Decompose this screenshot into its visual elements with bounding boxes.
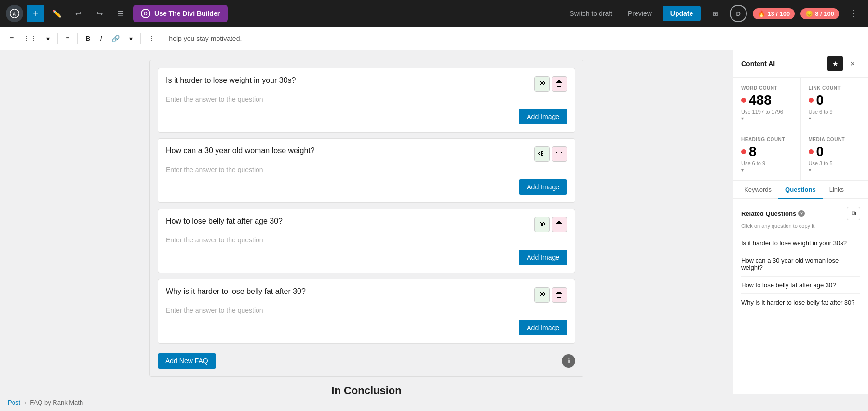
media-count-hint: Use 3 to 5 (809, 160, 861, 166)
add-image-button-3[interactable]: Add Image (519, 250, 567, 265)
media-count-value: 0 (809, 144, 861, 159)
word-count-cell: WORD COUNT 488 Use 1197 to 1796 ▾ (733, 78, 801, 129)
seo-score-badge[interactable]: 🔥 13 / 100 (753, 8, 795, 19)
related-hint-text: Click on any question to copy it. (741, 223, 860, 229)
heading-count-dot (741, 149, 746, 154)
faq-actions-3: 👁 🗑 (534, 217, 567, 232)
faq-answer-placeholder-2[interactable]: Enter the answer to the question (166, 166, 567, 173)
bold-button[interactable]: B (81, 30, 94, 47)
faq-container: Is it harder to lose weight in your 30s?… (149, 60, 583, 377)
word-count-label: WORD COUNT (741, 85, 793, 91)
faq-visibility-button-3[interactable]: 👁 (534, 217, 550, 232)
faq-delete-button-1[interactable]: 🗑 (552, 76, 567, 92)
separator-1 (57, 33, 58, 44)
faq-delete-button-4[interactable]: 🗑 (552, 287, 567, 303)
faq-visibility-button-4[interactable]: 👁 (534, 287, 550, 303)
panel-star-button[interactable]: ★ (827, 56, 843, 71)
panel-tabs: Keywords Questions Links (733, 181, 868, 199)
link-count-value: 0 (809, 93, 861, 108)
faq-item-header-2: How can a 30 year old woman lose weight?… (166, 146, 567, 162)
link-count-chevron-icon[interactable]: ▾ (809, 116, 861, 121)
faq-actions-2: 👁 🗑 (534, 146, 567, 162)
related-question-4[interactable]: Why is it harder to lose belly fat after… (741, 294, 860, 311)
faq-question-1: Is it harder to lose weight in your 30s? (166, 76, 534, 85)
media-count-cell: MEDIA COUNT 0 Use 3 to 5 ▾ (801, 129, 868, 181)
readability-score-badge[interactable]: 😊 8 / 100 (800, 8, 839, 19)
faq-footer: Add New FAQ ℹ (158, 349, 575, 369)
tab-keywords[interactable]: Keywords (737, 181, 778, 199)
align-button[interactable]: ≡ (62, 30, 73, 47)
add-image-button-1[interactable]: Add Image (519, 109, 567, 124)
panel-close-button[interactable]: × (845, 56, 860, 71)
media-count-chevron-icon[interactable]: ▾ (809, 167, 861, 172)
add-new-faq-button[interactable]: Add New FAQ (158, 353, 216, 369)
separator-3 (140, 33, 141, 44)
content-area: Is it harder to lose weight in your 30s?… (0, 50, 733, 411)
more-format-button[interactable]: ⋮ (145, 30, 159, 47)
heading-count-label: HEADING COUNT (741, 137, 793, 142)
faq-question-3: How to lose belly fat after age 30? (166, 217, 534, 225)
redo-icon[interactable]: ↪ (91, 5, 108, 22)
update-button[interactable]: Update (663, 6, 701, 21)
preview-button[interactable]: Preview (623, 7, 657, 20)
faq-delete-button-2[interactable]: 🗑 (552, 146, 567, 162)
faq-delete-button-3[interactable]: 🗑 (552, 217, 567, 232)
top-bar-right: Switch to draft Preview Update ⊞ D 🔥 13 … (565, 5, 862, 22)
add-button[interactable]: + (27, 5, 44, 22)
layout-icon[interactable]: ⊞ (706, 5, 724, 22)
link-count-hint: Use 6 to 9 (809, 109, 861, 115)
faq-item-header-1: Is it harder to lose weight in your 30s?… (166, 76, 567, 92)
faq-item-header-4: Why is it harder to lose belly fat after… (166, 287, 567, 303)
post-label[interactable]: Post (8, 399, 20, 406)
tab-questions[interactable]: Questions (778, 181, 823, 199)
faq-answer-placeholder-1[interactable]: Enter the answer to the question (166, 95, 567, 103)
faq-answer-placeholder-4[interactable]: Enter the answer to the question (166, 306, 567, 314)
add-image-button-2[interactable]: Add Image (519, 179, 567, 195)
faq-actions-1: 👁 🗑 (534, 76, 567, 92)
heading-count-cell: HEADING COUNT 8 Use 6 to 9 ▾ (733, 129, 801, 181)
list-style-button[interactable]: ≡ (6, 30, 17, 47)
more-options-button[interactable]: ⋮ (845, 5, 862, 22)
related-question-1[interactable]: Is it harder to lose weight in your 30s? (741, 235, 860, 252)
heading-count-value: 8 (741, 144, 793, 159)
wp-logo[interactable] (6, 5, 23, 22)
edit-icon[interactable]: ✏️ (48, 5, 66, 22)
switch-to-draft-button[interactable]: Switch to draft (565, 7, 617, 20)
faq-visibility-button-2[interactable]: 👁 (534, 146, 550, 162)
related-question-2[interactable]: How can a 30 year old woman lose weight? (741, 252, 860, 277)
related-question-3[interactable]: How to lose belly fat after age 30? (741, 277, 860, 294)
divi-icon-button[interactable]: D (730, 5, 747, 22)
info-icon: ℹ (562, 354, 575, 368)
right-panel: Content AI ★ × WORD COUNT 488 Use 1197 t… (733, 50, 868, 411)
faq-item: Is it harder to lose weight in your 30s?… (158, 68, 575, 133)
panel-header: Content AI ★ × (733, 50, 868, 78)
add-image-button-4[interactable]: Add Image (519, 320, 567, 335)
main-layout: Is it harder to lose weight in your 30s?… (0, 50, 868, 411)
list-view-icon[interactable]: ☰ (112, 5, 129, 22)
faq-visibility-button-1[interactable]: 👁 (534, 76, 550, 92)
format-chevron-button[interactable]: ▾ (125, 30, 136, 47)
italic-button[interactable]: I (96, 30, 106, 47)
link-button[interactable]: 🔗 (108, 30, 123, 47)
tab-links[interactable]: Links (823, 181, 851, 199)
related-questions-title: Related Questions ? (741, 210, 805, 217)
top-bar: + ✏️ ↩ ↪ ☰ D Use The Divi Builder Switch… (0, 0, 868, 27)
heading-count-hint: Use 6 to 9 (741, 160, 793, 166)
undo-icon[interactable]: ↩ (69, 5, 87, 22)
divi-builder-button[interactable]: D Use The Divi Builder (133, 5, 228, 22)
faq-item-3: How to lose belly fat after age 30? 👁 🗑 … (158, 209, 575, 273)
separator-2 (77, 33, 78, 44)
word-count-value: 488 (741, 93, 793, 108)
copy-all-button[interactable]: ⧉ (847, 207, 860, 220)
faq-answer-placeholder-3[interactable]: Enter the answer to the question (166, 236, 567, 244)
panel-title: Content AI (741, 60, 775, 67)
panel-content: Related Questions ? ⧉ Click on any quest… (733, 199, 868, 411)
intro-text: help you stay motivated. (169, 35, 242, 42)
faq-item-header-3: How to lose belly fat after age 30? 👁 🗑 (166, 217, 567, 232)
chevron-button[interactable]: ▾ (42, 30, 54, 47)
block-style-button[interactable]: ⋮⋮ (19, 30, 41, 47)
word-count-chevron-icon[interactable]: ▾ (741, 116, 793, 121)
heading-count-chevron-icon[interactable]: ▾ (741, 167, 793, 172)
breadcrumb-label: FAQ by Rank Math (30, 399, 83, 406)
link-count-label: LINK COUNT (809, 85, 861, 91)
